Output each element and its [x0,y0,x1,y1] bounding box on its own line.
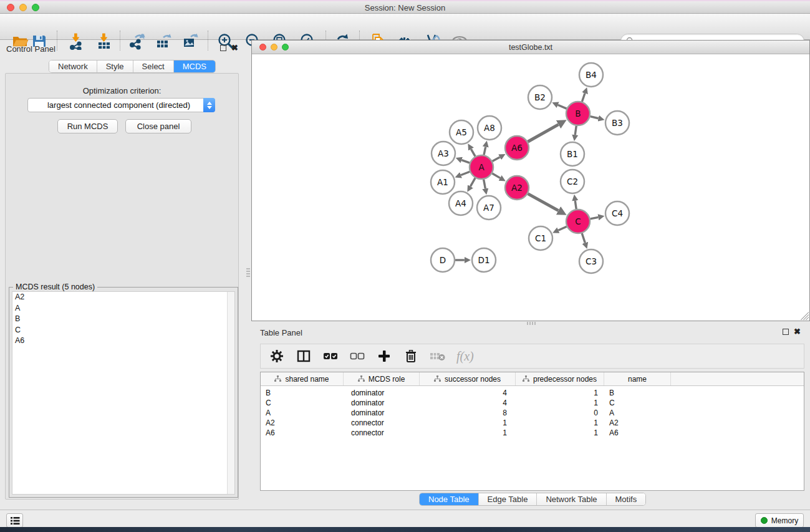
float-panel-icon[interactable] [220,45,226,51]
network-canvas[interactable]: AA1A2A3A4A5A6A7A8BB1B2B3B4CC1C2C3C4DD1 [252,54,809,321]
add-column-icon[interactable] [376,348,392,364]
mcds-result-item[interactable]: C [12,325,234,336]
import-network-icon[interactable] [67,32,85,51]
graph-edge-A-A2[interactable] [492,173,500,178]
column-header-predecessor-nodes[interactable]: predecessor nodes [516,372,604,385]
graph-edge-B-B2[interactable] [558,105,567,109]
graph-edge-A-A8[interactable] [484,147,486,155]
show-columns-icon[interactable] [296,348,312,364]
table-toolbar: f(x) [260,344,804,369]
graph-node-C1[interactable]: C1 [529,226,552,250]
tab-mcds[interactable]: MCDS [174,60,215,72]
graph-edge-A-A5[interactable] [471,149,475,157]
graph-edge-C-C4[interactable] [591,217,599,219]
memory-button[interactable]: Memory [755,513,804,528]
graph-node-B1[interactable]: B1 [561,142,584,166]
column-header-name[interactable]: name [604,372,671,385]
graph-edge-A-A1[interactable] [461,172,470,175]
graph-edge-C-C1[interactable] [558,226,566,230]
tab-motifs[interactable]: Motifs [607,493,646,505]
graph-node-A4[interactable]: A4 [449,191,473,215]
export-network-icon[interactable] [127,32,146,51]
mcds-result-item[interactable]: A [12,303,234,314]
graph-node-A6[interactable]: A6 [505,136,529,160]
graph-edge-A-A6[interactable] [493,157,500,162]
graph-edge-C-C3[interactable] [582,233,585,243]
mcds-result-item[interactable]: A6 [12,336,234,347]
graph-edge-B-B4[interactable] [582,94,585,102]
column-header-MCDS-role[interactable]: MCDS role [344,372,420,385]
tab-select[interactable]: Select [133,60,174,72]
graph-edge-B-B1[interactable] [575,126,576,135]
delete-table-icon [430,348,446,364]
export-table-icon[interactable] [154,32,173,51]
column-header-successor-nodes[interactable]: successor nodes [420,372,516,385]
graph-node-A[interactable]: A [470,155,493,179]
graph-node-B3[interactable]: B3 [605,111,629,135]
select-all-columns-icon[interactable] [322,348,339,364]
tab-network-table[interactable]: Network Table [537,493,606,505]
graph-node-D1[interactable]: D1 [472,248,496,272]
graph-node-C[interactable]: C [566,210,590,233]
close-table-panel-icon[interactable]: ✖ [794,329,801,335]
close-panel-button[interactable]: Close panel [125,119,191,133]
horizontal-splitter-grip[interactable] [526,322,536,325]
mcds-result-item[interactable]: A2 [12,292,234,303]
graph-node-A7[interactable]: A7 [477,196,501,220]
vertical-splitter-grip[interactable] [246,267,250,277]
svg-text:C: C [575,216,581,226]
table-row[interactable]: Adominator80A [261,408,804,418]
svg-text:A5: A5 [456,127,467,137]
graph-edge-A-A3[interactable] [461,160,470,163]
unselect-all-columns-icon[interactable] [349,348,365,364]
graph-node-D[interactable]: D [431,248,455,272]
svg-text:D1: D1 [478,255,490,265]
graph-node-B2[interactable]: B2 [528,85,552,109]
node-table[interactable]: shared nameMCDS rolesuccessor nodesprede… [260,372,804,491]
graph-edge-A2-C[interactable] [528,194,559,211]
float-table-panel-icon[interactable] [783,329,789,335]
tab-node-table[interactable]: Node Table [420,493,479,505]
graph-node-A8[interactable]: A8 [478,116,501,140]
graph-node-B[interactable]: B [566,102,590,125]
mcds-list-scrollbar[interactable] [227,292,234,494]
mcds-result-list[interactable]: A2ABCA6 [12,291,235,495]
table-row[interactable]: Bdominator41B [261,388,804,398]
column-type-icon [523,375,529,382]
graph-edge-B-B3[interactable] [590,117,598,118]
graph-node-A1[interactable]: A1 [431,170,455,194]
svg-text:A6: A6 [511,143,523,153]
svg-text:C2: C2 [567,177,578,186]
window-resize-grip[interactable] [801,312,809,320]
mcds-result-item[interactable]: B [12,314,234,325]
graph-edge-A-A4[interactable] [470,178,475,186]
graph-node-C4[interactable]: C4 [605,201,629,225]
table-row[interactable]: Cdominator41C [261,398,804,408]
delete-columns-icon[interactable] [403,348,419,364]
optimization-criterion-select[interactable]: largest connected component (directed) [27,98,215,112]
run-mcds-button[interactable]: Run MCDS [57,119,118,133]
graph-node-C3[interactable]: C3 [579,249,603,273]
close-panel-icon[interactable]: ✖ [231,45,238,51]
tab-style[interactable]: Style [97,60,133,72]
graph-node-A2[interactable]: A2 [505,176,529,200]
network-window-titlebar[interactable]: testGlobe.txt [252,41,809,54]
settings-gear-icon[interactable] [269,348,285,364]
node-table-header: shared nameMCDS rolesuccessor nodesprede… [261,372,804,386]
graph-node-C2[interactable]: C2 [561,170,584,193]
graph-edge-A-A7[interactable] [484,180,486,189]
export-image-icon[interactable] [181,32,200,51]
tab-network[interactable]: Network [49,60,97,72]
task-history-button[interactable] [6,513,23,528]
graph-edge-A6-B[interactable] [528,125,558,142]
table-row[interactable]: A6connector11A6 [261,428,804,438]
table-row[interactable]: A2connector11A2 [261,418,804,428]
tab-edge-table[interactable]: Edge Table [479,493,538,505]
graph-node-A3[interactable]: A3 [432,142,455,165]
graph-edge-C-C2[interactable] [575,201,576,209]
graph-node-B4[interactable]: B4 [579,63,603,87]
graph-node-A5[interactable]: A5 [450,120,473,144]
network-graph: AA1A2A3A4A5A6A7A8BB1B2B3B4CC1C2C3C4DD1 [252,54,809,321]
import-table-icon[interactable] [95,32,113,51]
column-header-shared-name[interactable]: shared name [261,372,344,385]
